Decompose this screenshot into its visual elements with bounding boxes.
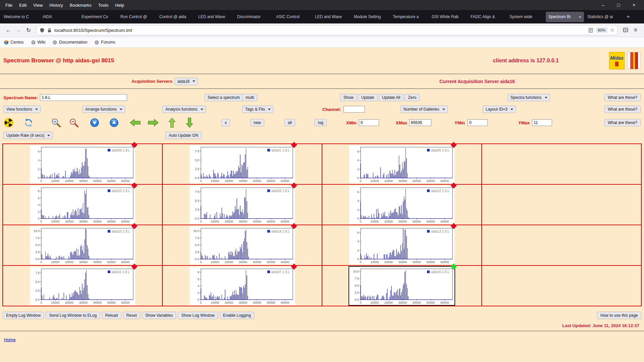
arrow-down-icon[interactable]	[185, 117, 194, 128]
show-log-window-button[interactable]: Show Log Window	[178, 312, 218, 319]
url-bar[interactable]: localhost:8015/Spectrum/Spectrum.tml 80%…	[36, 25, 618, 35]
spectrum-plot[interactable]: 64200100002000030000400005000060000aida0…	[30, 145, 135, 183]
chart-aida03[interactable]: 7.55.02.50.00100002000030000400005000060…	[190, 186, 295, 224]
xmin-input[interactable]	[359, 119, 379, 126]
spectrum-plot[interactable]: 64200100002000030000400005000060000aida0…	[349, 145, 454, 183]
spectrum-name-input[interactable]	[40, 94, 127, 101]
compress-y-icon[interactable]	[109, 118, 119, 127]
number-of-galleries-dropdown[interactable]: Number of Galleries	[400, 106, 448, 113]
tab-run-control[interactable]: Run Control @	[118, 12, 156, 22]
menu-history[interactable]: History	[46, 1, 66, 9]
gallery-cell[interactable]: 10.07.55.02.50.0010000200003000040000500…	[322, 265, 482, 306]
tab-discriminator[interactable]: Discriminator	[234, 12, 273, 22]
tracking-protection-icon[interactable]	[40, 28, 45, 33]
analysis-functions-dropdown[interactable]: Analysis functions	[162, 106, 206, 113]
refresh-icon[interactable]	[23, 118, 34, 128]
ymax-input[interactable]	[532, 119, 552, 126]
zero-button[interactable]: Zero	[405, 94, 420, 101]
gallery-cell[interactable]: 864200100002000030000400005000060000aida…	[162, 265, 322, 306]
bookmark-documentation[interactable]: Documentation	[53, 40, 87, 45]
bookmark-centos[interactable]: Centos	[4, 40, 24, 45]
what-are-these-button[interactable]: What are these?	[604, 94, 641, 101]
menu-view[interactable]: View	[30, 1, 46, 9]
expand-y-icon[interactable]	[90, 118, 99, 127]
menu-bookmarks[interactable]: Bookmarks	[66, 1, 95, 9]
auto-update-button[interactable]: Auto Update ON	[165, 132, 202, 139]
tab-asic-control[interactable]: ASIC Control	[273, 12, 312, 22]
update-button[interactable]: Update	[358, 94, 378, 101]
reload-button[interactable]: ↻	[23, 25, 34, 35]
chart-aida14[interactable]: 10.07.55.02.50.0010000200003000040000500…	[190, 226, 295, 264]
reader-mode-icon[interactable]	[588, 28, 593, 33]
spectrum-plot[interactable]: 10.07.55.02.50.0010000200003000040000500…	[190, 226, 295, 264]
radiation-icon[interactable]	[4, 118, 13, 127]
gallery-cell[interactable]: 7.55.02.50.00100002000030000400005000060…	[3, 265, 162, 306]
pocket-icon[interactable]	[621, 25, 631, 35]
new-tab-button[interactable]: +	[623, 12, 633, 22]
zoom-in-icon[interactable]	[51, 118, 61, 128]
enable-logging-button[interactable]: Enable Logging	[220, 312, 254, 319]
tab-led-and-wave[interactable]: LED and Wave	[312, 12, 351, 22]
tab-control-aida[interactable]: Control @ aida	[157, 12, 195, 22]
chart-aida15[interactable]: 864200100002000030000400005000060000aida…	[30, 186, 135, 224]
url-text[interactable]: localhost:8015/Spectrum/Spectrum.tml	[54, 28, 586, 33]
gallery-cell[interactable]: 7.55.02.50.00100002000030000400005000060…	[162, 184, 322, 225]
update-all-button[interactable]: Update All	[379, 94, 404, 101]
show-button[interactable]: Show	[340, 94, 357, 101]
new-button[interactable]: new	[250, 119, 264, 126]
gallery-cell[interactable]: 64200100002000030000400005000060000aida0…	[3, 144, 162, 184]
all-button[interactable]: all	[284, 119, 295, 126]
select-a-spectrum-dropdown[interactable]: Select a spectrum	[205, 94, 248, 101]
spectrum-plot[interactable]: 64200100002000030000400005000060000aida1…	[349, 186, 454, 224]
menu-icon[interactable]: ≡	[631, 25, 641, 35]
menu-edit[interactable]: Edit	[16, 1, 30, 9]
bookmark-wiki[interactable]: Wiki	[31, 40, 46, 45]
layout-id-dropdown[interactable]: Layout ID=3	[483, 106, 516, 113]
gallery-cell[interactable]: 10.07.55.02.50.0010000200003000040000500…	[162, 225, 322, 265]
arrow-left-icon[interactable]	[129, 118, 141, 127]
reset-button[interactable]: Reset	[123, 312, 140, 319]
acquisition-server-select[interactable]: aida16	[174, 78, 198, 85]
gallery-cell[interactable]: 64200100002000030000400005000060000aida1…	[322, 225, 482, 265]
what-are-these-button[interactable]: What are these?	[604, 106, 641, 113]
tab-module-setting[interactable]: Module Setting	[351, 12, 389, 22]
arrow-right-icon[interactable]	[148, 118, 159, 127]
zoom-level-badge[interactable]: 80%	[596, 27, 607, 33]
close-icon[interactable]: ×	[631, 2, 637, 8]
gallery-cell[interactable]: 10.07.55.02.50.0010000200003000040000500…	[3, 225, 162, 265]
tab-led-and-wave[interactable]: LED and Wave	[196, 12, 234, 22]
send-log-window-to-elog-button[interactable]: Send Log Window to ELog	[46, 312, 100, 319]
tags-fits-dropdown[interactable]: Tags & Fits	[242, 106, 273, 113]
tab-close-icon[interactable]: ×	[579, 14, 581, 19]
chart-aida13[interactable]: 64200100002000030000400005000060000aida1…	[349, 226, 454, 264]
chart-aida16[interactable]: 10.07.55.02.50.0010000200003000040000500…	[349, 267, 454, 305]
chart-aida05[interactable]: 64200100002000030000400005000060000aida0…	[349, 145, 454, 183]
channel-input[interactable]	[343, 106, 365, 113]
menu-file[interactable]: File	[2, 1, 16, 9]
spectrum-plot[interactable]: 7.55.02.50.00100002000030000400005000060…	[30, 267, 135, 305]
chart-aida12[interactable]: 64200100002000030000400005000060000aida1…	[349, 186, 454, 224]
multi-button[interactable]: multi	[242, 94, 257, 101]
site-security-icon[interactable]	[47, 28, 52, 33]
maximize-icon[interactable]: □	[616, 2, 621, 8]
spectrum-plot[interactable]: 64200100002000030000400005000060000aida1…	[349, 226, 454, 264]
forward-button[interactable]: →	[13, 25, 23, 35]
chart-aida09[interactable]: 64200100002000030000400005000060000aida0…	[30, 145, 135, 183]
spectrum-plot[interactable]: 10.07.55.02.50.0010000200003000040000500…	[30, 226, 135, 264]
empty-log-window-button[interactable]: Empty Log Window	[3, 312, 44, 319]
log-button[interactable]: log	[315, 119, 327, 126]
reload-button[interactable]: Reload	[102, 312, 121, 319]
how-to-button[interactable]: How to use this page	[597, 312, 641, 319]
what-are-these-button[interactable]: What are these?	[604, 119, 641, 126]
spectrum-plot[interactable]: 864200100002000030000400005000060000aida…	[190, 267, 295, 305]
view-functions-dropdown[interactable]: View functions	[3, 106, 41, 113]
arrange-functions-dropdown[interactable]: Arrange functions	[82, 106, 125, 113]
spectrum-plot[interactable]: 7.55.02.50.00100002000030000400005000060…	[190, 145, 295, 183]
gallery-cell[interactable]: 864200100002000030000400005000060000aida…	[3, 184, 162, 225]
tab-system-wide[interactable]: System wide	[507, 12, 545, 22]
tab-welcome-to-c[interactable]: Welcome to C	[1, 12, 39, 22]
spectrum-plot[interactable]: 7.55.02.50.00100002000030000400005000060…	[190, 186, 295, 224]
update-rate-dropdown[interactable]: Update Rate (8 secs)	[3, 132, 53, 139]
menu-tools[interactable]: Tools	[95, 1, 112, 9]
x-button[interactable]: x	[221, 119, 230, 126]
